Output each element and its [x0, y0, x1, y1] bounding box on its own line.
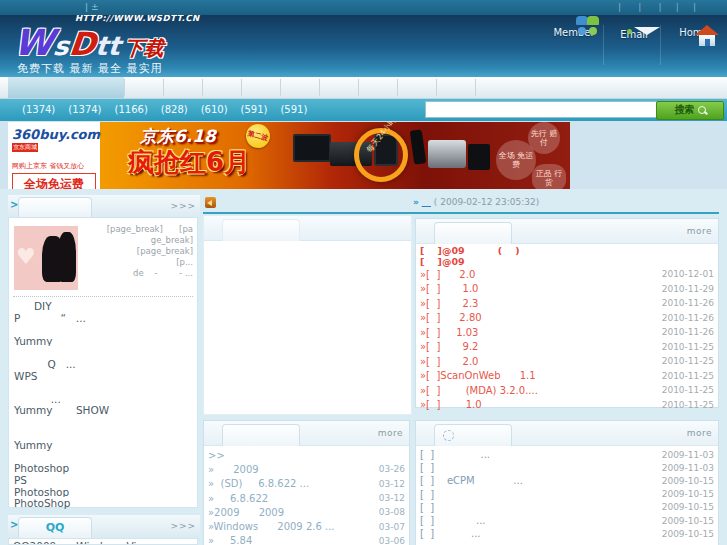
- category-count[interactable]: (591): [241, 104, 268, 115]
- sidebar-article-list: DIY P “ ... Yummy Q ... WPS ... Yummy SH…: [14, 300, 196, 509]
- heart-icon: ♥: [16, 244, 36, 269]
- list-item[interactable]: P “ ...: [14, 312, 196, 324]
- site-tagline: 免费下载 最新 最全 最实用: [17, 61, 163, 76]
- middle-top-box-tab[interactable]: [222, 219, 300, 241]
- list-item: [ ] _ _...2009-10-15: [420, 514, 714, 527]
- item-date: 03-12: [379, 479, 405, 489]
- item-date: 2010-11-25: [662, 385, 714, 395]
- category-count[interactable]: (1374): [22, 104, 55, 115]
- category-count[interactable]: (1374): [68, 104, 101, 115]
- list-item: [14, 416, 196, 428]
- pinned-item[interactable]: [ ]@09: [420, 257, 714, 268]
- sidebar-box2-header: > QQ >>>: [8, 515, 200, 537]
- divider-rule: [203, 212, 719, 214]
- announcement-link[interactable]: __: [422, 197, 431, 207]
- banner-bubble: 正品 行货: [532, 164, 566, 189]
- list-item: >>: [208, 448, 405, 462]
- item-date: 2010-11-25: [662, 342, 714, 352]
- list-item[interactable]: DIY: [14, 300, 196, 312]
- item-date: 03-08: [379, 507, 405, 517]
- right-bottom-box: more [ ] _ ...2009-11-03 [ ] _ _2009-11-…: [415, 420, 719, 545]
- featured-text[interactable]: [page_break] [pa ge_break] [page_break] …: [81, 224, 193, 279]
- sidebar-box1-tab[interactable]: [18, 197, 92, 218]
- category-counts: (1374)(1374)(1166)(828)(610)(591)(591): [22, 104, 320, 115]
- site-header: HTTP://WWW.WSDTT.CN WsDtt下载 免费下载 最新 最全 最…: [0, 15, 727, 77]
- pinned-item[interactable]: [ ]@09 ( ): [420, 246, 714, 257]
- search-button[interactable]: 搜索: [656, 101, 724, 120]
- middle-bottom-box-header: more: [204, 421, 409, 446]
- item-date: 2009-10-15: [662, 529, 714, 539]
- banner-brand-sub: 京东商城: [12, 143, 38, 152]
- list-item[interactable]: PS: [14, 474, 196, 486]
- list-item: [14, 451, 196, 463]
- banner-tv-graphic: [293, 134, 331, 162]
- list-item: [ ] _ ...2009-11-03: [420, 448, 714, 461]
- list-item: »Windows 2009 2.6 ...03-07: [208, 519, 405, 533]
- member-link[interactable]: Member: [548, 25, 600, 38]
- middle-bottom-box-tab[interactable]: [222, 424, 300, 446]
- dotted-divider: [13, 296, 193, 297]
- item-date: 03-26: [379, 464, 405, 474]
- middle-bottom-box: more >> » 200903-26 » (SD) 6.8.622 ...03…: [203, 420, 410, 545]
- home-link[interactable]: Home: [668, 25, 720, 38]
- list-item[interactable]: PhotoShop: [14, 497, 196, 509]
- right-bottom-box-header: more: [416, 421, 718, 446]
- right-top-box-tab[interactable]: [434, 222, 512, 244]
- category-count[interactable]: (1166): [115, 104, 148, 115]
- item-date: 2010-11-25: [662, 371, 714, 381]
- right-top-list: [ ]@09 ( ) [ ]@09 »[ ] 2.02010-12-01 »[ …: [416, 244, 718, 412]
- ad-banner[interactable]: 360buy.com京东商城 网购上京东 省钱又放心 全场免运费 京东6.18 …: [8, 122, 570, 189]
- item-date: 2010-12-01: [662, 269, 714, 279]
- category-count[interactable]: (828): [161, 104, 188, 115]
- featured-thumbnail[interactable]: ♥: [14, 226, 78, 290]
- item-date: 2010-11-25: [662, 400, 714, 410]
- category-count[interactable]: (591): [280, 104, 307, 115]
- list-item[interactable]: Photoshop: [14, 462, 196, 474]
- list-item[interactable]: Yummy SHOW: [14, 404, 196, 416]
- more-link[interactable]: more: [378, 428, 403, 438]
- list-item[interactable]: Photoshop: [14, 486, 196, 498]
- nav-selected-tab[interactable]: [8, 77, 124, 98]
- sidebar-box2-more[interactable]: >>>: [170, 521, 196, 531]
- top-strip-right-links[interactable]: | | | | |: [618, 2, 696, 12]
- sidebar-box1-more[interactable]: >>>: [170, 201, 196, 211]
- more-link[interactable]: more: [687, 428, 712, 438]
- more-link[interactable]: more: [687, 226, 712, 236]
- category-count-bar: (1374)(1374)(1166)(828)(610)(591)(591) 搜…: [0, 99, 727, 121]
- list-item: »[ ] 2.802010-11-26: [420, 311, 714, 326]
- list-item[interactable]: ...: [14, 393, 196, 405]
- list-item[interactable]: Yummy: [14, 335, 196, 347]
- list-item[interactable]: Yummy: [14, 439, 196, 451]
- item-date: 2010-11-29: [662, 284, 714, 294]
- list-item: » 200903-26: [208, 462, 405, 476]
- right-bottom-list: [ ] _ ...2009-11-03 [ ] _ _2009-11-03 [ …: [416, 446, 718, 540]
- site-logo[interactable]: WsDtt下载: [12, 22, 167, 63]
- list-item[interactable]: QQ2009 Windows Vi...: [9, 539, 197, 545]
- list-item: [14, 346, 196, 358]
- list-item: » (SD) 6.8.622 ...03-12: [208, 477, 405, 491]
- item-date: 03-06: [379, 536, 405, 545]
- list-item[interactable]: WPS: [14, 370, 196, 382]
- top-strip: | ± | | | | |: [0, 0, 727, 15]
- item-date: 2009-10-15: [662, 476, 714, 486]
- list-item: »[ ] (MDA) 3.2.0....2010-11-25: [420, 383, 714, 398]
- item-date: 2009-10-15: [662, 502, 714, 512]
- banner-bubble: 先行 赔付: [528, 122, 560, 154]
- right-bottom-box-tab[interactable]: [434, 424, 512, 446]
- list-item: »[ ] 2.02010-11-25: [420, 354, 714, 369]
- loading-icon: [443, 430, 454, 441]
- list-item[interactable]: Q ...: [14, 358, 196, 370]
- list-item: »[ ] 1.02010-11-29: [420, 282, 714, 297]
- search-input[interactable]: [425, 101, 657, 118]
- category-count[interactable]: (610): [201, 104, 228, 115]
- item-date: 2009-11-03: [662, 450, 714, 460]
- banner-phone-graphic: [410, 129, 427, 164]
- logo-cn-text: 下载: [123, 36, 166, 60]
- email-link[interactable]: Email: [608, 27, 660, 40]
- top-strip-left-links[interactable]: | ±: [85, 2, 98, 12]
- sidebar-box1-body: ♥ [page_break] [pa ge_break] [page_break…: [8, 217, 198, 508]
- item-date: 03-07: [379, 522, 405, 532]
- sidebar-box2-body: QQ2009 Windows Vi...: [8, 538, 198, 545]
- sidebar-box2-tab[interactable]: QQ: [18, 517, 92, 538]
- announcement-link-row: »__( 2009-02-12 23:05:32): [413, 197, 539, 207]
